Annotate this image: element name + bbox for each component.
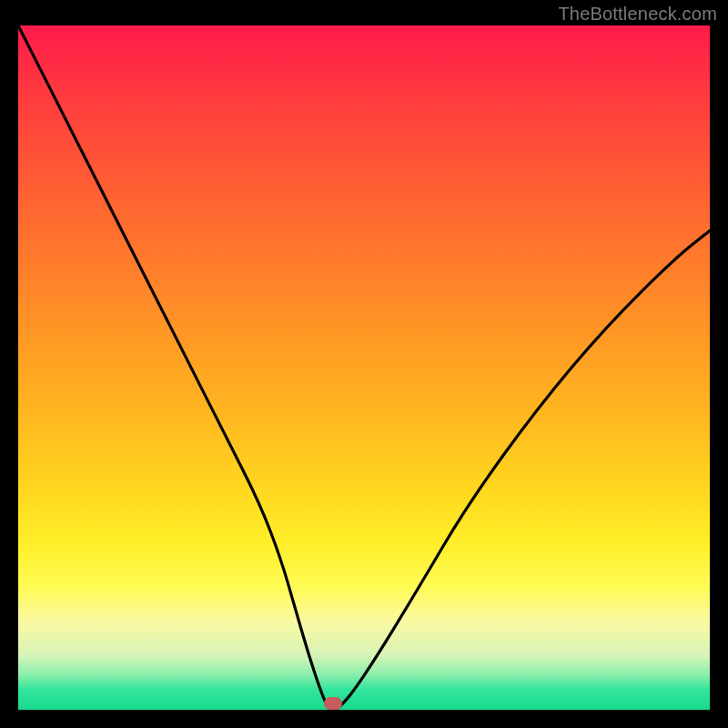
watermark-text: TheBottleneck.com bbox=[558, 4, 717, 25]
bottleneck-curve-path bbox=[18, 25, 710, 710]
curve-svg bbox=[18, 25, 710, 710]
plot-area bbox=[18, 25, 710, 710]
chart-frame: TheBottleneck.com bbox=[0, 0, 728, 728]
optimal-point-marker bbox=[324, 697, 342, 710]
